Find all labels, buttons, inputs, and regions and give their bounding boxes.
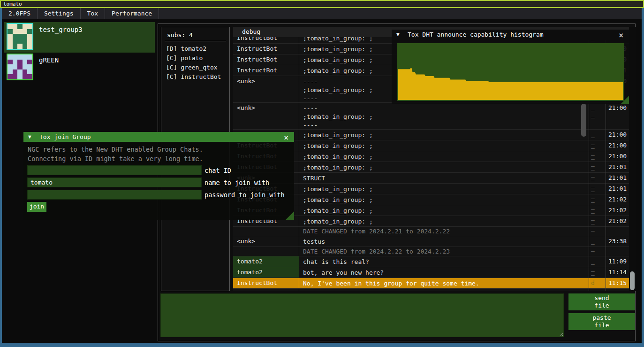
- menu-item-performance[interactable]: Performance: [105, 8, 159, 19]
- message-row[interactable]: <unk>testus_ _23:38: [233, 236, 629, 247]
- os-window-title: tomato: [3, 1, 22, 7]
- message-row[interactable]: <unk>---- ;tomato_in_group: ; ----_ _21:…: [233, 103, 629, 130]
- sender-name: InstructBot: [233, 44, 299, 54]
- sender-name: InstructBot: [233, 54, 299, 65]
- sender-name: InstructBot: [233, 278, 299, 288]
- join-group-dialog-title: Tox join Group: [39, 133, 91, 140]
- delivery-indicators: _ _: [589, 194, 606, 205]
- message-timestamp: 21:02: [606, 194, 629, 205]
- message-text: No, I've been in this group for quite so…: [299, 278, 589, 288]
- dht-histogram-window-body: [392, 40, 629, 104]
- message-timestamp: 11:15: [606, 278, 629, 288]
- chat-scrollbar-track[interactable]: [629, 27, 636, 291]
- message-text: ;tomato_in_group: ;: [299, 140, 589, 151]
- dht-histogram-window-title: Tox DHT announce capability histogram: [408, 31, 544, 38]
- ngc-note-line2: Connecting via ID might take a very long…: [28, 155, 203, 162]
- sender-name: tomato2: [233, 267, 299, 278]
- message-row[interactable]: InstructBotNo, I've been in this group f…: [233, 278, 629, 289]
- window-border-left: [0, 8, 2, 343]
- dht-capability-histogram-plot: [397, 43, 624, 101]
- menu-item-20fps[interactable]: 2.0FPS: [2, 8, 38, 19]
- subs-member[interactable]: [C] InstructBot: [166, 73, 221, 80]
- group-name-label: test_group3: [33, 22, 83, 53]
- subs-member[interactable]: [C] green_qtox: [166, 64, 218, 71]
- group-name-label: gREEN: [33, 53, 59, 81]
- collapse-arrow-icon[interactable]: ▼: [28, 134, 31, 140]
- message-timestamp: 11:09: [606, 256, 629, 267]
- delivery-indicators: _ _: [589, 151, 606, 162]
- message-timestamp: 21:00: [606, 103, 629, 129]
- join-password-label: password to join with: [205, 191, 285, 199]
- message-text: ---- ;tomato_in_group: ; ----: [299, 103, 589, 129]
- collapse-arrow-icon[interactable]: ▼: [396, 31, 400, 38]
- group-avatar: [7, 23, 33, 50]
- delivery-indicators: _ _: [589, 236, 606, 247]
- message-row[interactable]: tomato2chat is this real?_ _11:09: [233, 256, 629, 267]
- ngc-note-line1: NGC refers to the New DHT enabled Group …: [28, 146, 203, 153]
- message-text: ;tomato_in_group: ;: [299, 205, 589, 216]
- menu-bar: 2.0FPSSettingsToxPerformance: [2, 8, 642, 19]
- group-item-test_group3[interactable]: test_group3: [4, 22, 155, 53]
- message-text: ;tomato_in_group: ;: [299, 216, 589, 226]
- chat-scrollbar-handle[interactable]: [630, 271, 635, 290]
- delivery-indicators: _ _: [589, 267, 606, 278]
- close-icon[interactable]: ×: [617, 31, 625, 40]
- join-group-dialog: ▼ Tox join Group × NGC refers to the New…: [23, 132, 294, 220]
- subs-separator: [165, 41, 226, 41]
- chat-id-field[interactable]: [27, 165, 202, 175]
- date-changed-row: DATE CHANGED from 2024.2.21 to 2024.2.22: [233, 227, 629, 236]
- sender-name: InstructBot: [233, 37, 299, 43]
- delivery-indicators: _ _: [589, 103, 606, 129]
- message-scrollbar-handle[interactable]: [581, 104, 586, 137]
- message-text: ;tomato_in_group: ;: [299, 151, 589, 162]
- app-window: tomato 2.0FPSSettingsToxPerformance test…: [0, 0, 644, 347]
- message-text: testus: [299, 236, 589, 247]
- dht-histogram-window-titlebar[interactable]: ▼ Tox DHT announce capability histogram …: [392, 30, 629, 40]
- delivery-indicators: _ _: [589, 256, 606, 267]
- os-title-bar[interactable]: tomato: [0, 0, 644, 8]
- delivery-indicators: _ _: [589, 173, 606, 183]
- menu-item-tox[interactable]: Tox: [81, 8, 105, 19]
- message-input[interactable]: [160, 293, 564, 337]
- column-divider: [299, 37, 299, 291]
- message-timestamp: 21:00: [606, 151, 629, 162]
- chat-id-label: chat ID: [205, 167, 231, 174]
- delivery-indicators: d _: [589, 278, 606, 288]
- join-button[interactable]: join: [27, 202, 46, 212]
- sender-name: <unk>: [233, 103, 299, 129]
- message-timestamp: 11:14: [606, 267, 629, 278]
- message-text: STRUCT: [299, 173, 589, 183]
- sender-name: <unk>: [233, 76, 299, 102]
- join-password-field[interactable]: [27, 190, 202, 200]
- message-text: ;tomato_in_group: ;: [299, 130, 589, 140]
- message-timestamp: 21:01: [606, 184, 629, 194]
- group-item-gREEN[interactable]: gREEN: [4, 53, 155, 81]
- group-avatar: [7, 54, 33, 80]
- message-text: ;tomato_in_group: ;: [299, 184, 589, 194]
- message-timestamp: 21:00: [606, 130, 629, 140]
- message-text: bot, are you new here?: [299, 267, 589, 278]
- join-name-field[interactable]: tomato: [27, 177, 202, 187]
- message-timestamp: 21:01: [606, 162, 629, 172]
- send-file-button[interactable]: send file: [568, 293, 635, 310]
- subs-member[interactable]: [D] tomato2: [166, 45, 206, 52]
- join-group-dialog-titlebar[interactable]: ▼ Tox join Group ×: [23, 132, 294, 142]
- window-border-bottom: [0, 343, 644, 347]
- menu-item-settings[interactable]: Settings: [38, 8, 81, 19]
- message-timestamp: 21:02: [606, 205, 629, 216]
- sender-name: <unk>: [233, 236, 299, 247]
- message-row[interactable]: tomato2bot, are you new here?_ _11:14: [233, 267, 629, 278]
- delivery-indicators: _ _: [589, 205, 606, 216]
- join-name-label: name to join with: [205, 179, 269, 186]
- delivery-indicators: _ _: [589, 130, 606, 140]
- message-text: chat is this real?: [299, 256, 589, 267]
- subs-count-label: subs: 4: [161, 27, 229, 39]
- subs-member[interactable]: [C] potato: [166, 54, 203, 62]
- join-group-dialog-body: NGC refers to the New DHT enabled Group …: [23, 142, 294, 220]
- close-icon[interactable]: ×: [282, 133, 290, 142]
- message-text: ;tomato_in_group: ;: [299, 194, 589, 205]
- resize-grip[interactable]: [286, 211, 294, 220]
- message-text: ;tomato_in_group: ;: [299, 162, 589, 172]
- paste-file-button[interactable]: paste file: [568, 313, 635, 330]
- resize-grip[interactable]: [621, 96, 629, 104]
